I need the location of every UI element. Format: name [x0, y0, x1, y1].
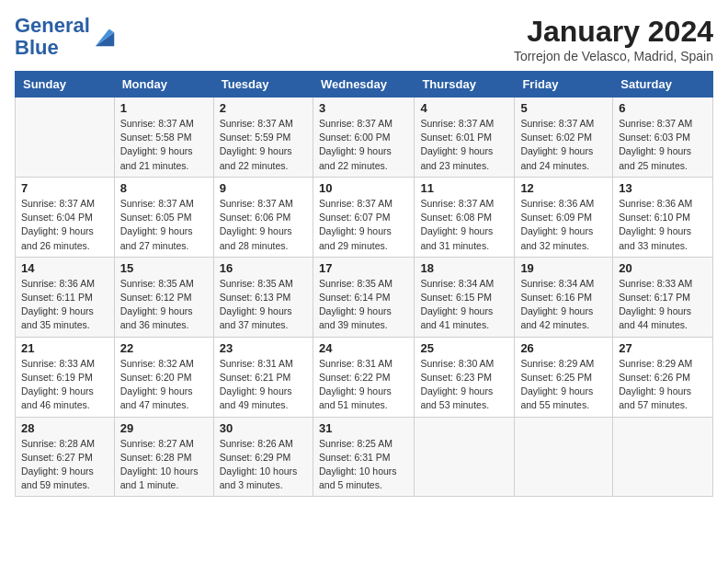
day-number: 9: [220, 181, 307, 195]
week-row-4: 21Sunrise: 8:33 AMSunset: 6:19 PMDayligh…: [16, 337, 713, 417]
day-cell: 6Sunrise: 8:37 AMSunset: 6:03 PMDaylight…: [613, 98, 713, 178]
day-info: Sunrise: 8:37 AMSunset: 6:00 PMDaylight:…: [319, 117, 408, 173]
day-cell: 31Sunrise: 8:25 AMSunset: 6:31 PMDayligh…: [313, 417, 414, 497]
logo: General Blue: [15, 15, 118, 59]
logo-blue: Blue: [15, 36, 59, 59]
day-number: 4: [420, 101, 508, 115]
day-number: 17: [319, 261, 408, 275]
day-info: Sunrise: 8:37 AMSunset: 6:08 PMDaylight:…: [420, 197, 508, 253]
col-header-tuesday: Tuesday: [213, 72, 313, 98]
col-header-wednesday: Wednesday: [313, 72, 414, 98]
day-info: Sunrise: 8:37 AMSunset: 6:07 PMDaylight:…: [319, 197, 408, 253]
month-title: January 2024: [514, 15, 713, 49]
day-number: 13: [619, 181, 707, 195]
day-info: Sunrise: 8:31 AMSunset: 6:22 PMDaylight:…: [319, 357, 408, 413]
day-cell: 30Sunrise: 8:26 AMSunset: 6:29 PMDayligh…: [213, 417, 313, 497]
day-cell: 10Sunrise: 8:37 AMSunset: 6:07 PMDayligh…: [313, 177, 414, 257]
day-info: Sunrise: 8:37 AMSunset: 6:06 PMDaylight:…: [220, 197, 307, 253]
location-title: Torrejon de Velasco, Madrid, Spain: [514, 49, 713, 63]
day-info: Sunrise: 8:33 AMSunset: 6:19 PMDaylight:…: [21, 357, 108, 413]
week-row-5: 28Sunrise: 8:28 AMSunset: 6:27 PMDayligh…: [16, 417, 713, 497]
day-info: Sunrise: 8:32 AMSunset: 6:20 PMDaylight:…: [120, 357, 208, 413]
day-number: 28: [21, 421, 108, 435]
day-cell: 25Sunrise: 8:30 AMSunset: 6:23 PMDayligh…: [415, 337, 515, 417]
day-info: Sunrise: 8:35 AMSunset: 6:13 PMDaylight:…: [220, 277, 307, 333]
day-info: Sunrise: 8:36 AMSunset: 6:11 PMDaylight:…: [21, 277, 108, 333]
day-info: Sunrise: 8:37 AMSunset: 6:01 PMDaylight:…: [420, 117, 508, 173]
day-info: Sunrise: 8:36 AMSunset: 6:10 PMDaylight:…: [619, 197, 707, 253]
day-cell: [613, 417, 713, 497]
header-row: SundayMondayTuesdayWednesdayThursdayFrid…: [16, 72, 713, 98]
day-cell: 14Sunrise: 8:36 AMSunset: 6:11 PMDayligh…: [16, 257, 115, 337]
day-info: Sunrise: 8:34 AMSunset: 6:16 PMDaylight:…: [520, 277, 607, 333]
day-cell: 9Sunrise: 8:37 AMSunset: 6:06 PMDaylight…: [213, 177, 313, 257]
day-number: 3: [319, 101, 408, 115]
day-number: 2: [220, 101, 307, 115]
day-cell: 28Sunrise: 8:28 AMSunset: 6:27 PMDayligh…: [16, 417, 115, 497]
day-cell: 1Sunrise: 8:37 AMSunset: 5:58 PMDaylight…: [114, 98, 213, 178]
day-info: Sunrise: 8:37 AMSunset: 6:02 PMDaylight:…: [520, 117, 607, 173]
day-cell: 3Sunrise: 8:37 AMSunset: 6:00 PMDaylight…: [313, 98, 414, 178]
day-number: 31: [319, 421, 408, 435]
day-cell: 27Sunrise: 8:29 AMSunset: 6:26 PMDayligh…: [613, 337, 713, 417]
col-header-saturday: Saturday: [613, 72, 713, 98]
day-number: 22: [120, 341, 208, 355]
logo-general: General: [15, 14, 90, 37]
day-number: 30: [220, 421, 307, 435]
day-info: Sunrise: 8:36 AMSunset: 6:09 PMDaylight:…: [520, 197, 607, 253]
day-number: 23: [220, 341, 307, 355]
day-number: 12: [520, 181, 607, 195]
day-cell: 16Sunrise: 8:35 AMSunset: 6:13 PMDayligh…: [213, 257, 313, 337]
day-info: Sunrise: 8:35 AMSunset: 6:12 PMDaylight:…: [120, 277, 208, 333]
col-header-monday: Monday: [114, 72, 213, 98]
day-number: 21: [21, 341, 108, 355]
page-header: General Blue January 2024 Torrejon de Ve…: [15, 15, 713, 63]
day-info: Sunrise: 8:37 AMSunset: 5:58 PMDaylight:…: [120, 117, 208, 173]
logo-icon: [92, 24, 118, 50]
day-info: Sunrise: 8:26 AMSunset: 6:29 PMDaylight:…: [220, 437, 307, 493]
day-number: 25: [420, 341, 508, 355]
day-cell: 17Sunrise: 8:35 AMSunset: 6:14 PMDayligh…: [313, 257, 414, 337]
day-number: 29: [120, 421, 208, 435]
day-cell: 20Sunrise: 8:33 AMSunset: 6:17 PMDayligh…: [613, 257, 713, 337]
week-row-3: 14Sunrise: 8:36 AMSunset: 6:11 PMDayligh…: [16, 257, 713, 337]
day-cell: 13Sunrise: 8:36 AMSunset: 6:10 PMDayligh…: [613, 177, 713, 257]
day-info: Sunrise: 8:33 AMSunset: 6:17 PMDaylight:…: [619, 277, 707, 333]
day-number: 11: [420, 181, 508, 195]
day-info: Sunrise: 8:37 AMSunset: 6:03 PMDaylight:…: [619, 117, 707, 173]
week-row-1: 1Sunrise: 8:37 AMSunset: 5:58 PMDaylight…: [16, 98, 713, 178]
day-info: Sunrise: 8:31 AMSunset: 6:21 PMDaylight:…: [220, 357, 307, 413]
day-cell: 21Sunrise: 8:33 AMSunset: 6:19 PMDayligh…: [16, 337, 115, 417]
day-cell: 15Sunrise: 8:35 AMSunset: 6:12 PMDayligh…: [114, 257, 213, 337]
day-cell: 22Sunrise: 8:32 AMSunset: 6:20 PMDayligh…: [114, 337, 213, 417]
week-row-2: 7Sunrise: 8:37 AMSunset: 6:04 PMDaylight…: [16, 177, 713, 257]
day-cell: 8Sunrise: 8:37 AMSunset: 6:05 PMDaylight…: [114, 177, 213, 257]
day-number: 20: [619, 261, 707, 275]
day-number: 7: [21, 181, 108, 195]
day-number: 10: [319, 181, 408, 195]
logo-text: General Blue: [15, 15, 90, 59]
day-info: Sunrise: 8:34 AMSunset: 6:15 PMDaylight:…: [420, 277, 508, 333]
day-number: 19: [520, 261, 607, 275]
day-number: 1: [120, 101, 208, 115]
day-cell: 7Sunrise: 8:37 AMSunset: 6:04 PMDaylight…: [16, 177, 115, 257]
day-info: Sunrise: 8:29 AMSunset: 6:26 PMDaylight:…: [619, 357, 707, 413]
day-cell: 24Sunrise: 8:31 AMSunset: 6:22 PMDayligh…: [313, 337, 414, 417]
day-cell: 29Sunrise: 8:27 AMSunset: 6:28 PMDayligh…: [114, 417, 213, 497]
day-cell: [16, 98, 115, 178]
day-cell: 11Sunrise: 8:37 AMSunset: 6:08 PMDayligh…: [415, 177, 515, 257]
day-number: 8: [120, 181, 208, 195]
day-cell: 23Sunrise: 8:31 AMSunset: 6:21 PMDayligh…: [213, 337, 313, 417]
day-cell: 2Sunrise: 8:37 AMSunset: 5:59 PMDaylight…: [213, 98, 313, 178]
day-cell: 12Sunrise: 8:36 AMSunset: 6:09 PMDayligh…: [515, 177, 613, 257]
day-number: 14: [21, 261, 108, 275]
day-info: Sunrise: 8:30 AMSunset: 6:23 PMDaylight:…: [420, 357, 508, 413]
day-number: 15: [120, 261, 208, 275]
title-block: January 2024 Torrejon de Velasco, Madrid…: [514, 15, 713, 63]
day-number: 16: [220, 261, 307, 275]
day-cell: 5Sunrise: 8:37 AMSunset: 6:02 PMDaylight…: [515, 98, 613, 178]
day-number: 26: [520, 341, 607, 355]
calendar-table: SundayMondayTuesdayWednesdayThursdayFrid…: [15, 71, 713, 497]
day-info: Sunrise: 8:29 AMSunset: 6:25 PMDaylight:…: [520, 357, 607, 413]
day-info: Sunrise: 8:28 AMSunset: 6:27 PMDaylight:…: [21, 437, 108, 493]
